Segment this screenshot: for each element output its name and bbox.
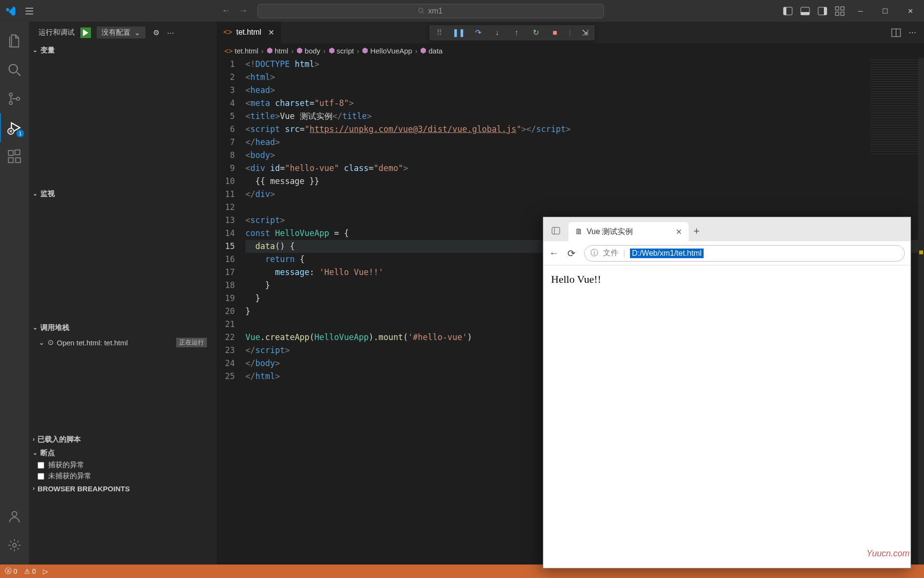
layout-bottom-icon[interactable] [800,6,810,16]
breadcrumbs[interactable]: <> tet.html › ⬢ html › ⬢ body › ⬢ script… [217,43,924,58]
svg-point-14 [9,93,12,96]
scrollbar[interactable] [918,58,924,565]
callstack-section-header[interactable]: ⌄ 调用堆栈 [29,321,217,334]
breakpoint-caught[interactable]: 捕获的异常 [29,460,217,471]
split-editor-icon[interactable] [891,28,901,38]
address-bar[interactable]: ⓘ 文件 | D:/Web/xm1/tet.html [584,245,905,262]
debug-config-gear-icon[interactable]: ⚙ [153,28,159,37]
page-icon: 🗎 [575,227,583,236]
debug-sidebar: 运行和调试 没有配置 ⌄ ⚙ ⋯ ⌄ 变量 ⌄ 监视 ⌄ 调用堆栈 ⌄ [29,22,217,565]
browser-back-icon[interactable]: ← [549,248,559,259]
tab-close-icon[interactable]: ✕ [268,28,274,37]
nav-back-icon[interactable]: ← [222,6,231,16]
status-errors[interactable]: ⓧ 0 [5,567,17,576]
symbol-icon: ⬢ [420,46,426,55]
activity-extensions-icon[interactable] [0,142,29,171]
activity-search-icon[interactable] [0,55,29,84]
browser-tabstrip: 🗎 Vue 测试实例 ✕ + [543,217,911,241]
browser-window: 🗎 Vue 测试实例 ✕ + ← ⟳ ⓘ 文件 | D:/Web/xm1/tet… [543,217,911,568]
activity-settings-icon[interactable] [0,531,29,560]
chevron-down-icon: ⌄ [38,338,45,347]
html-file-icon: <> [224,47,233,55]
svg-rect-3 [783,7,786,15]
svg-line-13 [17,72,21,76]
vscode-logo-icon [5,5,25,17]
svg-rect-21 [15,150,20,155]
command-center-search[interactable]: xm1 [257,4,604,18]
chevron-down-icon: ⌄ [33,324,38,331]
debug-config-select[interactable]: 没有配置 ⌄ [97,26,145,39]
start-debug-button[interactable] [80,27,91,38]
browser-tab[interactable]: 🗎 Vue 测试实例 ✕ [568,222,689,241]
hamburger-menu-icon[interactable] [25,7,34,15]
new-tab-icon[interactable]: + [693,225,700,237]
svg-point-23 [13,543,16,547]
activity-debug-icon[interactable]: 1 [0,113,29,142]
line-gutter: 1234567891011121314151617181920212223242… [217,58,245,565]
status-debug-icon[interactable]: ▷ [43,567,48,575]
symbol-icon: ⬢ [267,46,273,55]
symbol-icon: ⬢ [329,46,335,55]
debug-stop-icon[interactable]: ■ [550,27,560,38]
tab-close-icon[interactable]: ✕ [676,227,682,236]
debug-step-out-icon[interactable]: ↑ [511,27,522,38]
debug-restart-icon[interactable]: ↻ [530,27,541,38]
nav-forward-icon[interactable]: → [239,6,248,16]
svg-rect-26 [552,227,560,234]
debug-drag-handle-icon[interactable]: ⠿ [434,27,445,38]
debug-target-icon: ⊙ [48,338,54,347]
window-maximize-icon[interactable]: ☐ [876,7,894,15]
run-debug-label: 运行和调试 [38,28,75,37]
debug-console-icon[interactable]: ⇲ [579,27,590,38]
title-bar: ← → xm1 ─ ☐ ✕ [0,0,924,22]
svg-point-22 [12,512,17,516]
svg-rect-10 [835,12,839,15]
browser-refresh-icon[interactable]: ⟳ [567,248,576,259]
debug-badge: 1 [16,130,24,137]
editor-more-icon[interactable]: ⋯ [909,28,916,38]
status-warnings[interactable]: ⚠ 0 [24,567,36,575]
svg-rect-19 [9,158,13,163]
breakpoint-checkbox[interactable] [38,462,44,469]
window-close-icon[interactable]: ✕ [902,7,919,15]
watch-section-header[interactable]: ⌄ 监视 [29,187,217,200]
svg-rect-8 [835,7,839,10]
activity-account-icon[interactable] [0,502,29,531]
svg-line-1 [423,12,424,13]
editor-tabs: <> tet.html ✕ ⠿ ❚❚ ↷ ↓ ↑ ↻ ■ | ⇲ ⋯ [217,22,924,43]
svg-rect-18 [9,151,13,156]
svg-rect-20 [16,158,21,163]
debug-pause-icon[interactable]: ❚❚ [453,27,464,38]
layout-left-icon[interactable] [783,6,793,16]
layout-customize-icon[interactable] [835,6,845,16]
debug-more-icon[interactable]: ⋯ [167,28,174,37]
chevron-down-icon: ⌄ [33,190,38,197]
chevron-down-icon: ⌄ [33,47,38,53]
breakpoint-uncaught[interactable]: 未捕获的异常 [29,471,217,482]
callstack-status-badge: 正在运行 [176,338,207,347]
activity-source-control-icon[interactable] [0,84,29,113]
browser-breakpoints-section-header[interactable]: › BROWSER BREAKPOINTS [29,482,217,495]
debug-header: 运行和调试 没有配置 ⌄ ⚙ ⋯ [29,22,217,43]
activity-explorer-icon[interactable] [0,26,29,55]
overview-ruler-mark [919,250,923,254]
chevron-right-icon: › [33,436,35,443]
minimap[interactable] [870,58,918,154]
breakpoints-section-header[interactable]: ⌄ 断点 [29,446,217,460]
variables-section-header[interactable]: ⌄ 变量 [29,43,217,57]
debug-step-into-icon[interactable]: ↓ [492,27,502,38]
debug-step-over-icon[interactable]: ↷ [473,27,483,38]
callstack-item[interactable]: ⌄ ⊙ Open tet.html: tet.html 正在运行 [37,336,209,349]
chevron-down-icon: ⌄ [33,449,38,456]
breakpoint-checkbox[interactable] [38,473,44,480]
window-minimize-icon[interactable]: ─ [852,7,869,15]
svg-rect-9 [841,7,844,10]
svg-point-15 [9,102,12,105]
browser-sidebar-icon[interactable] [548,223,564,238]
info-icon[interactable]: ⓘ [590,248,598,258]
loaded-scripts-section-header[interactable]: › 已载入的脚本 [29,433,217,446]
search-text: xm1 [428,7,442,15]
layout-right-icon[interactable] [818,6,827,16]
tab-tet-html[interactable]: <> tet.html ✕ [217,22,281,43]
svg-point-16 [16,97,19,100]
